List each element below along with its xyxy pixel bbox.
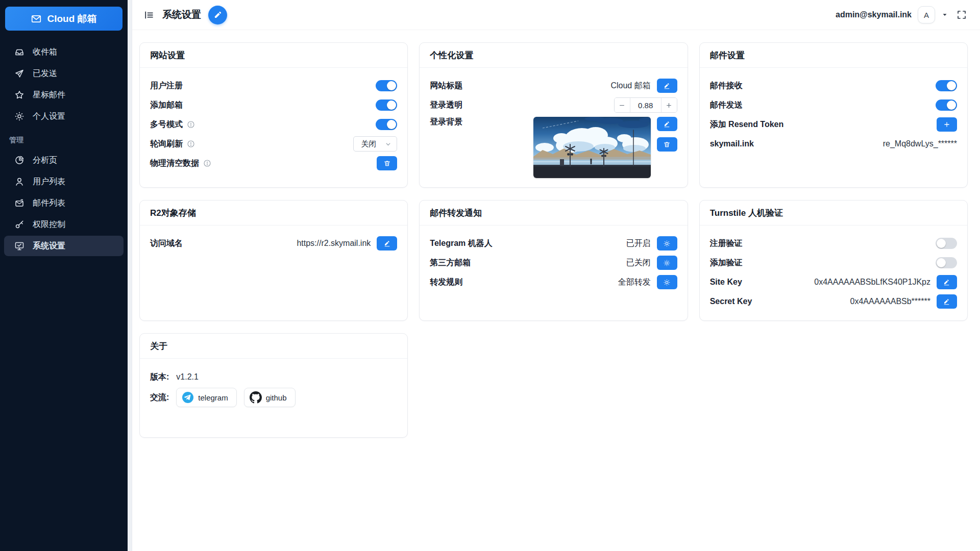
pencil-icon — [213, 11, 222, 19]
key-icon — [14, 219, 24, 230]
fullscreen-icon[interactable] — [957, 10, 967, 20]
third-party-settings-button[interactable] — [657, 256, 677, 270]
telegram-bot-settings-button[interactable] — [657, 236, 677, 251]
sidebar-item-analytics[interactable]: 分析页 — [4, 150, 124, 170]
app-logo[interactable]: Cloud 邮箱 — [5, 7, 122, 31]
card-r2-storage: R2对象存储 访问域名 https://r2.skymail.ink — [139, 200, 408, 321]
caret-down-icon[interactable] — [941, 11, 948, 18]
sidebar-nav: 收件箱 已发送 星标邮件 — [0, 41, 128, 257]
third-party-status: 已关闭 — [626, 258, 651, 268]
polling-refresh-select[interactable]: 关闭 — [353, 136, 397, 152]
about-community-row: 交流: telegram — [150, 387, 397, 408]
mail-receive-toggle[interactable] — [936, 80, 957, 91]
chevron-down-icon — [385, 141, 391, 147]
edit-site-title-button[interactable] — [657, 79, 677, 93]
send-icon — [14, 68, 24, 79]
minus-button[interactable] — [615, 98, 630, 112]
login-background-image[interactable] — [533, 117, 651, 178]
delete-background-button[interactable] — [657, 137, 677, 152]
settings-row-multi-account: 多号模式 — [150, 115, 397, 134]
purge-data-button[interactable] — [377, 156, 397, 170]
forward-rules-status: 全部转发 — [618, 277, 651, 288]
sidebar-item-permissions[interactable]: 权限控制 — [4, 214, 124, 235]
page-title: 系统设置 — [162, 8, 201, 21]
sidebar-item-starred[interactable]: 星标邮件 — [4, 85, 124, 105]
info-icon[interactable] — [203, 159, 211, 167]
sidebar-item-user-list[interactable]: 用户列表 — [4, 171, 124, 192]
edit-secret-key-button[interactable] — [937, 294, 957, 309]
settings-row-mail-receive: 邮件接收 — [710, 76, 957, 95]
edit-title-button[interactable] — [208, 6, 227, 24]
github-link-button[interactable]: github — [244, 388, 296, 407]
settings-row-site-title: 网站标题 Cloud 邮箱 — [430, 76, 677, 95]
sidebar-item-label: 系统设置 — [33, 241, 65, 252]
edit-icon — [383, 240, 391, 247]
sidebar-section-label: 管理 — [0, 128, 128, 149]
sidebar-item-mail-list[interactable]: 邮件列表 — [4, 193, 124, 213]
edit-r2-domain-button[interactable] — [377, 236, 397, 251]
sidebar-item-system-settings[interactable]: 系统设置 — [4, 236, 124, 256]
add-verify-toggle[interactable] — [936, 257, 957, 268]
register-verify-toggle[interactable] — [936, 238, 957, 249]
star-icon — [14, 90, 24, 100]
trash-icon — [383, 160, 391, 167]
monitor-check-icon — [14, 241, 24, 251]
edit-background-button[interactable] — [657, 117, 677, 131]
login-opacity-stepper: 0.88 — [614, 97, 677, 113]
mail-list-icon — [14, 198, 24, 208]
settings-row-login-background: 登录背景 — [430, 115, 677, 178]
settings-row-login-opacity: 登录透明 0.88 — [430, 95, 677, 115]
sidebar-item-personal-settings[interactable]: 个人设置 — [4, 106, 124, 127]
edit-icon — [663, 120, 671, 128]
sidebar: Cloud 邮箱 收件箱 已发送 — [0, 0, 128, 551]
top-header: 系统设置 admin@skymail.ink A — [132, 0, 980, 30]
info-icon[interactable] — [187, 120, 195, 129]
telegram-link-button[interactable]: telegram — [176, 388, 236, 407]
telegram-bot-status: 已开启 — [626, 238, 651, 249]
settings-row-add-verify: 添加验证 — [710, 253, 957, 272]
secret-key-value: 0x4AAAAAABSb****** — [850, 297, 930, 306]
site-title-value: Cloud 邮箱 — [610, 81, 650, 91]
card-title: 个性化设置 — [420, 43, 687, 68]
settings-row-third-party-mail: 第三方邮箱 已关闭 — [430, 253, 677, 272]
settings-row-add-mailbox: 添加邮箱 — [150, 95, 397, 115]
sidebar-item-label: 用户列表 — [33, 177, 65, 187]
card-site-settings: 网站设置 用户注册 添加邮箱 — [139, 42, 408, 188]
mail-send-toggle[interactable] — [936, 99, 957, 111]
pie-chart-icon — [14, 155, 24, 165]
multi-account-toggle[interactable] — [376, 119, 397, 130]
sidebar-item-label: 星标邮件 — [33, 90, 65, 101]
edit-icon — [663, 82, 671, 90]
login-opacity-value[interactable]: 0.88 — [630, 98, 661, 112]
card-forward-notify: 邮件转发通知 Telegram 机器人 已开启 — [419, 200, 688, 321]
card-turnstile: Turnstile 人机验证 注册验证 添加验证 — [699, 200, 968, 321]
avatar[interactable]: A — [918, 6, 935, 23]
add-resend-token-button[interactable] — [937, 117, 957, 132]
sidebar-scrollbar[interactable] — [128, 0, 132, 551]
user-register-toggle[interactable] — [376, 80, 397, 91]
settings-row-r2-domain: 访问域名 https://r2.skymail.ink — [150, 234, 397, 253]
edit-site-key-button[interactable] — [937, 275, 957, 289]
gear-icon — [663, 279, 671, 286]
info-icon[interactable] — [187, 140, 195, 148]
forward-rules-settings-button[interactable] — [657, 275, 677, 289]
plus-button[interactable] — [661, 98, 677, 112]
sidebar-item-inbox[interactable]: 收件箱 — [4, 42, 124, 62]
card-title: 关于 — [140, 334, 407, 359]
site-key-value: 0x4AAAAAABSbLfKS40P1JKpz — [814, 278, 930, 287]
collapse-sidebar-icon[interactable] — [143, 10, 154, 20]
settings-row-site-key: Site Key 0x4AAAAAABSbLfKS40P1JKpz — [710, 272, 957, 292]
resend-token-value: re_Mq8dwLys_****** — [883, 139, 957, 148]
sidebar-item-sent[interactable]: 已发送 — [4, 63, 124, 84]
settings-row-polling-refresh: 轮询刷新 关闭 — [150, 134, 397, 154]
add-mailbox-toggle[interactable] — [376, 99, 397, 111]
main-area: 系统设置 admin@skymail.ink A — [132, 0, 980, 551]
settings-row-user-register: 用户注册 — [150, 76, 397, 95]
app-root: Cloud 邮箱 收件箱 已发送 — [0, 0, 980, 551]
content-area: 网站设置 用户注册 添加邮箱 — [132, 30, 980, 551]
settings-row-forward-rules: 转发规则 全部转发 — [430, 272, 677, 292]
sidebar-item-label: 个人设置 — [33, 111, 65, 122]
user-icon — [14, 177, 24, 187]
settings-row-purge-data: 物理清空数据 — [150, 154, 397, 173]
sidebar-item-label: 分析页 — [33, 155, 57, 166]
